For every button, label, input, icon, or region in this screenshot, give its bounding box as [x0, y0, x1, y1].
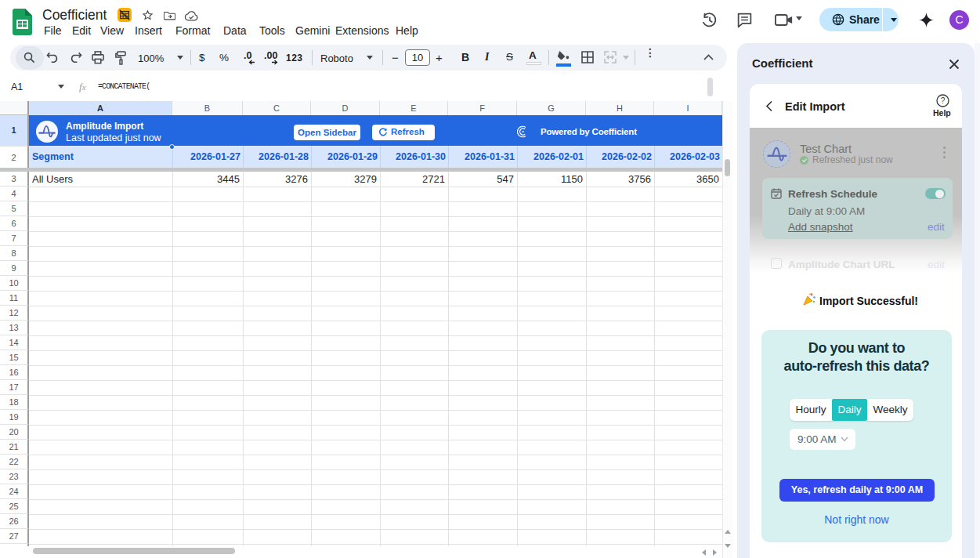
svg-text:?: ?: [941, 96, 946, 105]
